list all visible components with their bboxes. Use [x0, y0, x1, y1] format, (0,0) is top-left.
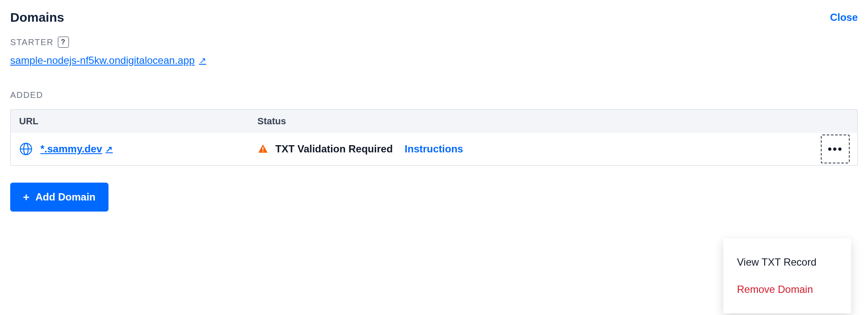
domain-link[interactable]: *.sammy.dev ↗: [40, 143, 113, 155]
added-label: ADDED: [10, 90, 858, 100]
domains-table: URL Status *.sammy.dev ↗ TXT Validation …: [10, 109, 858, 166]
starter-domain-link[interactable]: sample-nodejs-nf5kw.ondigitalocean.app ↗: [10, 54, 206, 66]
warning-icon: [257, 143, 268, 155]
svg-rect-4: [263, 151, 263, 152]
globe-icon: [19, 142, 33, 156]
starter-domain-text: sample-nodejs-nf5kw.ondigitalocean.app: [10, 54, 195, 66]
table-row: *.sammy.dev ↗ TXT Validation Required In…: [11, 133, 857, 165]
svg-rect-3: [263, 147, 263, 150]
plus-icon: +: [23, 192, 29, 203]
instructions-link[interactable]: Instructions: [405, 143, 463, 155]
help-icon[interactable]: ?: [58, 37, 69, 48]
more-icon: •••: [828, 143, 842, 155]
table-header: URL Status: [11, 110, 857, 133]
more-actions-button[interactable]: •••: [821, 135, 850, 163]
starter-label: STARTER: [10, 37, 54, 47]
column-header-status: Status: [257, 116, 849, 127]
external-link-icon: ↗: [106, 144, 113, 154]
column-header-url: URL: [19, 116, 257, 127]
add-domain-button[interactable]: + Add Domain: [10, 183, 108, 212]
page-title: Domains: [10, 10, 64, 25]
close-button[interactable]: Close: [830, 11, 858, 23]
status-text: TXT Validation Required: [275, 143, 393, 155]
add-domain-label: Add Domain: [35, 191, 95, 203]
external-link-icon: ↗: [199, 55, 206, 66]
domain-text: *.sammy.dev: [40, 143, 102, 155]
